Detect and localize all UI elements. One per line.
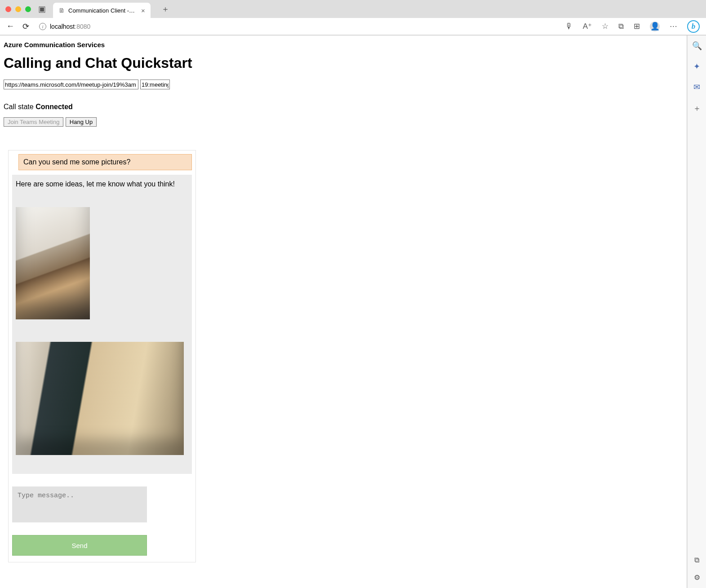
read-aloud-icon[interactable]: A⁺ bbox=[583, 22, 592, 31]
browser-tab-active[interactable]: 🗎 Communication Client - Calling × bbox=[53, 3, 151, 18]
url-host: localhost bbox=[50, 23, 75, 30]
bing-sidebar-button[interactable]: b bbox=[687, 20, 700, 33]
window-controls bbox=[5, 6, 31, 12]
search-icon[interactable]: 🔍 bbox=[692, 41, 702, 51]
chat-message-self-text: Here are some ideas, let me know what yo… bbox=[16, 180, 188, 188]
window-minimize-button[interactable] bbox=[15, 6, 21, 12]
sidebar-collapse-icon[interactable]: ⧉ bbox=[694, 556, 699, 564]
profile-avatar[interactable]: 👤 bbox=[650, 22, 660, 31]
meeting-id-input[interactable] bbox=[140, 80, 170, 89]
chat-send-button[interactable]: Send bbox=[12, 535, 147, 556]
service-name: Azure Communication Services bbox=[4, 41, 683, 49]
call-buttons: Join Teams Meeting Hang Up bbox=[4, 117, 683, 127]
site-info-icon[interactable]: i bbox=[39, 23, 46, 30]
back-button[interactable]: ← bbox=[6, 22, 14, 31]
join-meeting-button: Join Teams Meeting bbox=[4, 117, 63, 127]
hangup-button[interactable]: Hang Up bbox=[66, 117, 97, 127]
mic-icon[interactable]: 🎙︎ bbox=[565, 22, 573, 31]
settings-icon[interactable]: ⚙ bbox=[694, 573, 700, 582]
page-content: Azure Communication Services Calling and… bbox=[0, 35, 687, 588]
outlook-icon[interactable]: ✉︎ bbox=[693, 82, 700, 92]
add-sidebar-app-button[interactable]: ＋ bbox=[693, 103, 701, 114]
chat-compose-input[interactable] bbox=[12, 486, 147, 522]
edge-sidebar: 🔍 ✦ ✉︎ ＋ ⧉ ⚙ bbox=[687, 35, 706, 588]
meeting-inputs bbox=[4, 80, 683, 89]
new-tab-button[interactable]: ＋ bbox=[161, 4, 169, 14]
url-field[interactable]: i localhost:8080 bbox=[37, 20, 557, 33]
toolbar-actions: 🎙︎ A⁺ ☆ ⧉ ⊞ 👤 ⋯ b bbox=[565, 20, 700, 33]
favorite-icon[interactable]: ☆ bbox=[602, 22, 608, 31]
chat-message-peer: Can you send me some pictures? bbox=[18, 154, 192, 170]
extensions-icon[interactable]: ⊞ bbox=[634, 22, 640, 31]
viewport: Azure Communication Services Calling and… bbox=[0, 35, 706, 588]
collections-icon[interactable]: ⧉ bbox=[618, 22, 624, 31]
tab-title: Communication Client - Calling bbox=[68, 7, 136, 14]
page-title: Calling and Chat Quickstart bbox=[4, 55, 683, 71]
window-titlebar: ▣ 🗎 Communication Client - Calling × ＋ bbox=[0, 0, 706, 18]
chat-attachment-image-1[interactable] bbox=[16, 207, 90, 319]
call-state: Call state Connected bbox=[4, 103, 683, 111]
url-port: :8080 bbox=[75, 23, 90, 30]
chat-attachment-image-2[interactable] bbox=[16, 342, 184, 455]
chat-message-self: Here are some ideas, let me know what yo… bbox=[12, 175, 192, 474]
reload-button[interactable]: ⟳ bbox=[22, 22, 29, 31]
sidebar-toggle-icon[interactable]: ▣ bbox=[38, 4, 46, 14]
window-close-button[interactable] bbox=[5, 6, 11, 12]
address-bar: ← ⟳ i localhost:8080 🎙︎ A⁺ ☆ ⧉ ⊞ 👤 ⋯ b bbox=[0, 18, 706, 35]
call-state-value: Connected bbox=[36, 103, 73, 111]
call-state-label: Call state bbox=[4, 103, 36, 111]
meeting-link-input[interactable] bbox=[4, 80, 138, 89]
browser-chrome: ▣ 🗎 Communication Client - Calling × ＋ ←… bbox=[0, 0, 706, 35]
page-icon: 🗎 bbox=[58, 7, 65, 14]
more-menu-icon[interactable]: ⋯ bbox=[670, 22, 677, 31]
chat-panel: Can you send me some pictures? Here are … bbox=[8, 150, 196, 562]
microsoft365-icon[interactable]: ✦ bbox=[693, 62, 700, 71]
tab-close-button[interactable]: × bbox=[141, 7, 145, 14]
window-maximize-button[interactable] bbox=[25, 6, 31, 12]
